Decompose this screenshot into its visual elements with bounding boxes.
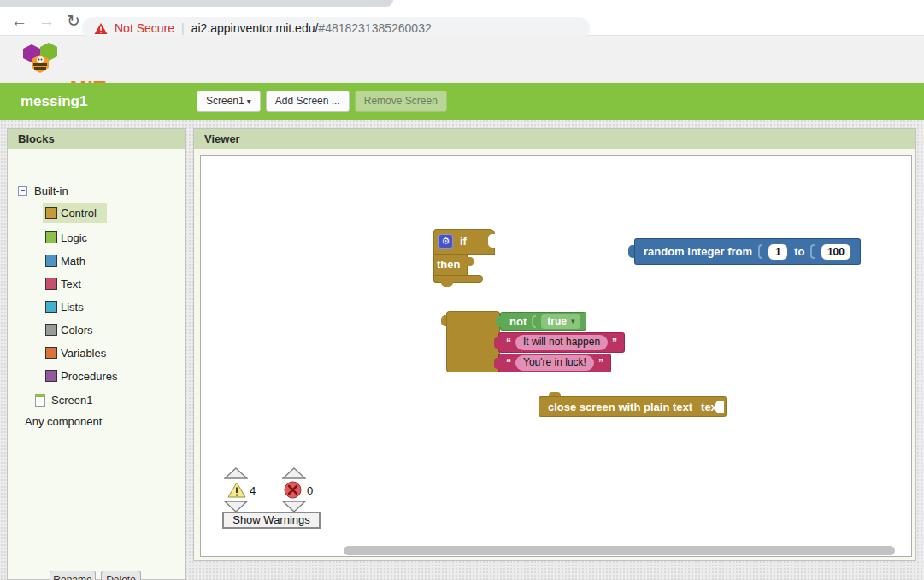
browser-tab-strip [0, 0, 924, 7]
error-count: 0 [307, 484, 313, 497]
math-category-icon [45, 255, 57, 267]
chevron-down-icon: ▾ [247, 97, 251, 106]
tree-item-control[interactable]: Control [43, 202, 107, 223]
remove-screen-button[interactable]: Remove Screen [355, 91, 447, 112]
tree-item-variables[interactable]: Variables [45, 343, 106, 363]
tree-item-built-in[interactable]: Built-in [18, 180, 68, 201]
if-else-block[interactable]: if then else not true ▾ “ It [446, 311, 668, 378]
warning-count: 4 [250, 484, 256, 497]
tree-item-procedures[interactable]: Procedures [45, 366, 117, 386]
reload-icon[interactable]: ↻ [67, 7, 80, 35]
blocks-panel-title: Blocks [8, 129, 185, 149]
add-screen-button[interactable]: Add Screen ... [266, 91, 350, 112]
tree-item-text[interactable]: Text [45, 273, 81, 294]
value-plug [494, 358, 500, 369]
errors-up-arrow[interactable] [282, 467, 306, 479]
to-label: to [794, 245, 804, 258]
if-then-block[interactable]: ⚙ if then [433, 229, 510, 289]
close-screen-label: close screen with plain text [548, 401, 692, 413]
browser-toolbar: ← → ↻ Not Secure | ai2.appinventor.mit.e… [0, 7, 924, 36]
text-string-block-else[interactable]: “ You're in luck! ” [498, 354, 611, 372]
viewer-panel: Viewer ⚙ if then random integer from [193, 128, 916, 561]
random-integer-block[interactable]: random integer from 1 to 100 [634, 238, 874, 266]
not-secure-warning-icon [94, 22, 108, 35]
forward-icon[interactable]: → [38, 7, 55, 35]
browser-tab-edge [0, 0, 393, 7]
app-inventor-logo [19, 42, 67, 76]
warnings-up-arrow[interactable] [224, 467, 248, 479]
variables-category-icon [45, 347, 57, 359]
close-quote: ” [598, 357, 603, 369]
chevron-down-icon: ▾ [571, 317, 575, 325]
close-screen-block[interactable]: close screen with plain text text [539, 392, 735, 418]
errors-down-arrow[interactable] [282, 501, 306, 513]
screen-buttons: Screen1▾ Add Screen ... Remove Screen [197, 91, 447, 112]
tree-item-colors[interactable]: Colors [45, 319, 93, 340]
control-category-icon [45, 207, 57, 219]
lists-category-icon [45, 301, 57, 313]
condition-socket[interactable] [488, 234, 496, 248]
tree-item-math[interactable]: Math [45, 250, 85, 271]
tree-item-lists[interactable]: Lists [45, 296, 84, 317]
back-icon[interactable]: ← [11, 7, 27, 35]
screen-selector-button[interactable]: Screen1▾ [197, 91, 261, 112]
text-category-icon [45, 278, 57, 290]
logic-category-icon [45, 231, 57, 243]
canvas-horizontal-scrollbar[interactable] [344, 546, 895, 555]
project-toolbar: messing1 Screen1▾ Add Screen ... Remove … [0, 83, 924, 120]
socket-bracket [810, 244, 814, 259]
tree-item-logic[interactable]: Logic [45, 227, 87, 248]
next-connector-nub [441, 282, 453, 287]
error-icon [284, 481, 302, 499]
to-value-field[interactable]: 100 [821, 243, 851, 261]
then-label: then [639, 336, 662, 349]
string-field[interactable]: It will not happen [515, 335, 608, 350]
screen-icon [35, 394, 45, 407]
if-label: if [460, 235, 467, 248]
not-label: not [509, 315, 527, 328]
true-dropdown[interactable]: true ▾ [541, 314, 580, 329]
tree-item-any-component[interactable]: Any component [25, 411, 102, 431]
string-field[interactable]: You're in luck! [515, 355, 594, 371]
show-warnings-button[interactable]: Show Warnings [222, 512, 321, 529]
text-socket[interactable] [715, 401, 724, 413]
not-secure-label[interactable]: Not Secure [115, 21, 174, 35]
rename-button[interactable]: Rename [50, 571, 96, 580]
delete-button[interactable]: Delete [101, 571, 141, 580]
app-inventor-blocks-editor: ← → ↻ Not Secure | ai2.appinventor.mit.e… [0, 0, 924, 580]
statement-plug [467, 257, 474, 266]
warning-icon [227, 482, 246, 498]
socket-bracket [758, 244, 762, 259]
random-integer-label: random integer from [644, 245, 752, 258]
close-quote: ” [612, 337, 617, 349]
socket-bracket [532, 315, 536, 328]
page-url[interactable]: ai2.appinventor.mit.edu/#481823138526003… [191, 21, 432, 36]
viewer-panel-title: Viewer [194, 129, 915, 149]
not-block[interactable]: not true ▾ [500, 312, 586, 331]
value-plug [496, 316, 502, 327]
open-quote: “ [506, 357, 511, 369]
address-divider: | [181, 21, 185, 35]
procedures-category-icon [45, 370, 57, 382]
open-quote: “ [506, 337, 511, 349]
project-title: messing1 [21, 83, 87, 120]
from-value-field[interactable]: 1 [768, 243, 788, 261]
warnings-down-arrow[interactable] [224, 501, 248, 513]
colors-category-icon [45, 324, 57, 336]
text-string-block-then[interactable]: “ It will not happen ” [498, 332, 625, 353]
app-header: MIT APP INVENTOR Projects▾ Connect▾ Buil… [0, 36, 924, 81]
then-label: then [437, 258, 460, 271]
if-label: if [656, 314, 662, 327]
tree-item-screen1[interactable]: Screen1 [35, 390, 92, 410]
blocks-panel: Blocks Built-in Control Logic Math Text … [7, 128, 186, 580]
blocks-canvas[interactable]: ⚙ if then random integer from 1 to 100 [200, 155, 912, 557]
value-plug [494, 337, 500, 349]
mutator-gear-icon[interactable]: ⚙ [438, 234, 453, 249]
collapse-icon[interactable] [18, 186, 27, 196]
else-label: else [641, 356, 662, 369]
